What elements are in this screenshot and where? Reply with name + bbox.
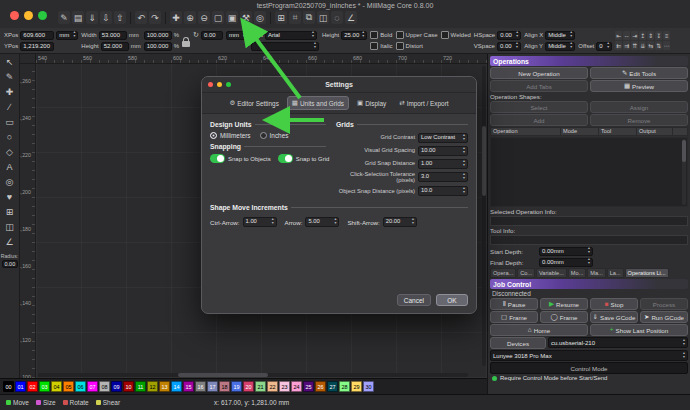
font-style-select[interactable] (251, 42, 319, 51)
palette-swatch-21[interactable]: 21 (255, 381, 266, 392)
control-mode-bar[interactable]: Control Mode (490, 362, 688, 374)
panel-tab-opera[interactable]: Opera... (490, 268, 516, 278)
radius-input[interactable]: 0.00 (2, 260, 18, 268)
dialog-zoom-button[interactable] (226, 82, 231, 87)
palette-swatch-12[interactable]: 12 (147, 381, 158, 392)
unit-box-select[interactable]: mm (226, 31, 248, 40)
save-file-icon[interactable]: ⇓ (86, 11, 98, 24)
distribute-v-icon[interactable]: ⇅ (655, 41, 662, 50)
open-file-icon[interactable]: ▤ (72, 11, 84, 24)
distort-checkbox[interactable] (396, 42, 404, 50)
pan-tool-icon[interactable]: ✚ (170, 11, 182, 24)
align-menu-icon[interactable]: ≡ (663, 31, 670, 40)
settings-tab-units-and-grids[interactable]: ▦Units and Grids (287, 96, 349, 110)
align-y-select[interactable]: Middle (545, 42, 575, 51)
palette-swatch-20[interactable]: 20 (243, 381, 254, 392)
italic-checkbox[interactable] (370, 42, 378, 50)
add-tabs-button[interactable]: Add Tabs (490, 80, 588, 92)
palette-swatch-29[interactable]: 29 (351, 381, 362, 392)
scrollbar-thumb[interactable] (682, 140, 686, 162)
settings-tab-import-export[interactable]: ⇄Import / Export (394, 96, 453, 110)
ellipse-icon[interactable]: ○ (0, 129, 19, 144)
palette-swatch-17[interactable]: 17 (207, 381, 218, 392)
pen-icon[interactable]: ✎ (0, 69, 19, 84)
bold-checkbox[interactable] (370, 31, 378, 39)
align-center-h-icon[interactable]: ⇔ (623, 31, 630, 40)
stop-button[interactable]: ■Stop (590, 298, 638, 310)
palette-swatch-10[interactable]: 10 (123, 381, 134, 392)
grid-contrast-select[interactable]: Low Contrast (418, 133, 468, 143)
toggle-snap-to-grid[interactable]: Snap to Grid (278, 154, 330, 163)
align-bottom-icon[interactable]: ↧ (655, 31, 662, 40)
distribute-up-icon[interactable]: ⇈ (631, 41, 638, 50)
pencil-edit-icon[interactable]: ✎ (58, 11, 70, 24)
minimize-button[interactable] (24, 11, 33, 20)
click-selection-tolerance-pixels-field[interactable]: 3.0 (418, 172, 468, 182)
palette-swatch-07[interactable]: 07 (87, 381, 98, 392)
settings-tools-icon[interactable]: ⚒ (240, 11, 252, 24)
grid-snap-distance-field[interactable]: 1.00 (418, 159, 468, 169)
ctrl-arrow-field[interactable]: 1.00 (243, 217, 277, 227)
palette-swatch-30[interactable]: 30 (363, 381, 374, 392)
import-icon[interactable]: ⇩ (100, 11, 112, 24)
assign-shapes-button[interactable]: Assign (590, 101, 688, 113)
toggle-switch[interactable] (210, 154, 225, 163)
palette-swatch-01[interactable]: 01 (15, 381, 26, 392)
palette-swatch-05[interactable]: 05 (63, 381, 74, 392)
palette-swatch-15[interactable]: 15 (183, 381, 194, 392)
dialog-close-button[interactable] (208, 82, 213, 87)
panel-tab-operations-li[interactable]: Operations Li... (625, 268, 669, 278)
zoom-out-icon[interactable]: ⊖ (198, 11, 210, 24)
radio-millimeters[interactable]: Millimeters (210, 132, 251, 139)
hspace-input[interactable]: 0.00 (497, 31, 521, 40)
close-button[interactable] (10, 11, 19, 20)
panel-tab-mo[interactable]: Mo... (568, 268, 586, 278)
align-left-icon[interactable]: ⇤ (615, 31, 622, 40)
frame-rect-button[interactable]: ▢Frame (490, 311, 538, 323)
process-button[interactable]: Process (640, 298, 688, 310)
port-select[interactable]: cu.usbserial-210 (548, 337, 688, 348)
width-input[interactable]: 53.000 (99, 31, 127, 40)
camera-icon[interactable]: ◎ (254, 11, 266, 24)
zoom-in-icon[interactable]: ⊕ (184, 11, 196, 24)
upper-case-checkbox[interactable] (396, 31, 404, 39)
palette-swatch-19[interactable]: 19 (231, 381, 242, 392)
arrow-field[interactable]: 5.00 (305, 217, 339, 227)
settings-tab-editor-settings[interactable]: ⚙Editor Settings (224, 96, 283, 110)
distribute-right-icon[interactable]: ⇉ (623, 41, 630, 50)
vspace-input[interactable]: 0.00 (497, 42, 521, 51)
start-depth-input[interactable]: 0.00mm (539, 247, 593, 256)
palette-swatch-27[interactable]: 27 (327, 381, 338, 392)
final-depth-input[interactable]: 0.00mm (539, 258, 593, 267)
offset-tool-icon[interactable]: ◎ (0, 174, 19, 189)
scale-x-input[interactable]: 100.000 (144, 31, 172, 40)
scale-y-input[interactable]: 100.000 (144, 42, 172, 51)
palette-swatch-25[interactable]: 25 (303, 381, 314, 392)
height-input[interactable]: 52.000 (101, 42, 129, 51)
palette-swatch-03[interactable]: 03 (39, 381, 50, 392)
distribute-h-icon[interactable]: ⇆ (647, 41, 654, 50)
toggle-snap-to-objects[interactable]: Snap to Objects (210, 154, 271, 163)
ok-button[interactable]: OK (436, 294, 468, 306)
zoom-button[interactable] (38, 11, 47, 20)
palette-swatch-14[interactable]: 14 (171, 381, 182, 392)
palette-swatch-23[interactable]: 23 (279, 381, 290, 392)
device-monitor-icon[interactable]: ▣ (226, 11, 238, 24)
polygon-icon[interactable]: ◇ (0, 144, 19, 159)
devices-button[interactable]: Devices (490, 337, 546, 349)
dialog-minimize-button[interactable] (217, 82, 222, 87)
palette-swatch-08[interactable]: 08 (99, 381, 110, 392)
undo-icon[interactable]: ↶ (135, 11, 147, 24)
resume-button[interactable]: ▶Resume (540, 298, 588, 310)
line-icon[interactable]: ∕ (0, 99, 19, 114)
more-icon[interactable]: ⋯ (663, 41, 670, 50)
operations-table[interactable] (490, 137, 688, 207)
align-x-select[interactable]: Middle (545, 31, 575, 40)
measure-tool-icon[interactable]: ∠ (0, 234, 19, 249)
edit-tools-button[interactable]: ✎Edit Tools (590, 67, 688, 79)
palette-swatch-04[interactable]: 04 (51, 381, 62, 392)
palette-swatch-09[interactable]: 09 (111, 381, 122, 392)
weld-icon[interactable]: ◫ (317, 11, 329, 24)
align-top-icon[interactable]: ↥ (639, 31, 646, 40)
cancel-button[interactable]: Cancel (397, 294, 431, 306)
